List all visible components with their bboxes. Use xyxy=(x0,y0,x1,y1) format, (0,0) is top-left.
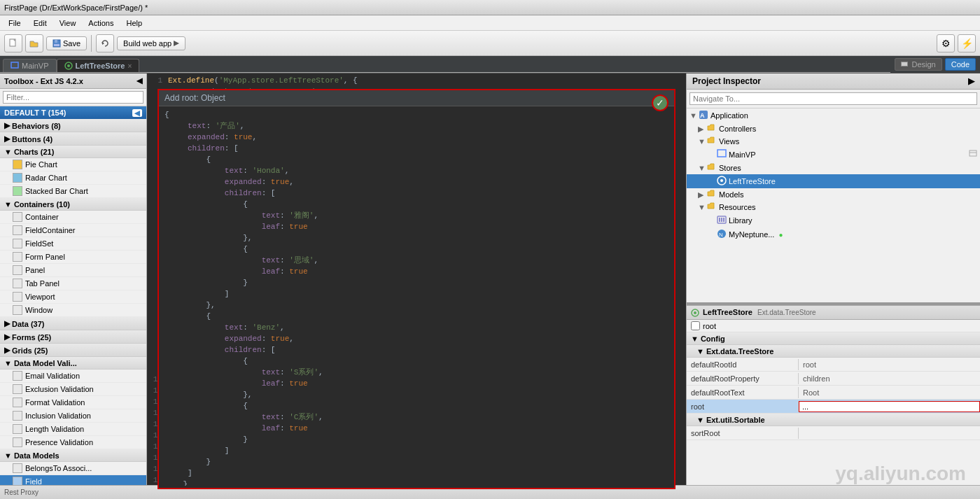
panel-icon xyxy=(13,265,22,275)
item-fieldcontainer[interactable]: FieldContainer xyxy=(0,224,146,237)
mainvp-edit-icon[interactable] xyxy=(969,150,977,160)
item-window[interactable]: Window xyxy=(0,304,146,317)
bolt-btn[interactable]: ⚡ xyxy=(958,34,976,52)
popup-ok-btn[interactable]: ✓ xyxy=(652,94,668,111)
item-belongsto[interactable]: BelongsTo Associ... xyxy=(0,462,146,475)
root-checkbox[interactable] xyxy=(691,321,700,330)
tree-item-library[interactable]: Library xyxy=(687,213,980,227)
expand-icon: ▼ xyxy=(4,451,12,460)
project-inspector-collapse[interactable]: ▶ xyxy=(968,76,974,86)
lefttreestore-icon xyxy=(717,176,727,187)
item-length-validation[interactable]: Length Validation xyxy=(0,423,146,436)
tab-close-btn[interactable]: × xyxy=(127,62,132,70)
mainvp-icon xyxy=(717,149,727,160)
refresh-btn[interactable] xyxy=(96,34,114,52)
tree-item-myneptune[interactable]: N MyNeptune... ● xyxy=(687,227,980,241)
navigate-to-input[interactable] xyxy=(690,92,977,105)
forms-label: Forms (25) xyxy=(12,333,51,342)
project-inspector-header: Project Inspector ▶ xyxy=(687,73,980,90)
properties-header: LeftTreeStore Ext.data.TreeStore xyxy=(687,306,980,320)
toolbox-collapse-icon[interactable]: ◀ xyxy=(136,76,142,85)
tree-item-application[interactable]: ▼ A Application xyxy=(687,108,980,122)
project-inspector-title: Project Inspector xyxy=(692,76,761,86)
toolbox-filter-area xyxy=(0,89,146,106)
item-pie-chart[interactable]: Pie Chart xyxy=(0,158,146,171)
category-buttons[interactable]: ▶ Buttons (4) xyxy=(0,132,146,146)
controllers-icon xyxy=(707,124,717,134)
config-row-defaultrootid: defaultRootId root xyxy=(687,358,980,372)
item-formpanel[interactable]: Form Panel xyxy=(0,251,146,264)
tree-item-models[interactable]: ▶ Models xyxy=(687,188,980,201)
config-root-input[interactable] xyxy=(799,401,980,412)
category-forms[interactable]: ▶ Forms (25) xyxy=(0,330,146,344)
tab-mainvp[interactable]: MainVP xyxy=(3,59,57,72)
svg-rect-11 xyxy=(902,62,907,66)
collapse-all-btn[interactable]: ◀ xyxy=(132,109,142,117)
design-btn[interactable]: Design xyxy=(895,58,941,71)
tree-item-resources[interactable]: ▼ Resources xyxy=(687,201,980,213)
category-charts[interactable]: ▼ Charts (21) xyxy=(0,146,146,158)
center-panel: 1Ext.define('MyApp.store.LeftTreeStore',… xyxy=(147,73,686,499)
item-fieldset[interactable]: FieldSet xyxy=(0,237,146,251)
grids-label: Grids (25) xyxy=(12,346,48,355)
category-grids[interactable]: ▶ Grids (25) xyxy=(0,344,146,357)
item-container[interactable]: Container xyxy=(0,211,146,224)
tree-item-stores[interactable]: ▼ Stores xyxy=(687,162,980,174)
window-icon xyxy=(13,305,22,315)
item-stacked-bar-chart[interactable]: Stacked Bar Chart xyxy=(0,185,146,198)
config-section-header: ▼ Config xyxy=(687,332,980,345)
svg-text:A: A xyxy=(700,112,705,119)
item-format-validation[interactable]: Format Validation xyxy=(0,396,146,409)
config-row-sortroot: sortRoot xyxy=(687,426,980,440)
tree-item-views[interactable]: ▼ Views xyxy=(687,135,980,148)
menu-file[interactable]: File xyxy=(3,17,27,29)
tab-lefttreestore[interactable]: LeftTreeStore × xyxy=(57,59,140,72)
radar-chart-icon xyxy=(13,173,22,183)
item-email-validation[interactable]: Email Validation xyxy=(0,370,146,383)
item-panel[interactable]: Panel xyxy=(0,264,146,277)
title-text: FirstPage (Dr/ExtWorkSpace/FirstPage/) * xyxy=(4,3,148,12)
item-exclusion-validation[interactable]: Exclusion Validation xyxy=(0,383,146,396)
tree-item-controllers[interactable]: ▶ Controllers xyxy=(687,122,980,135)
item-radar-chart[interactable]: Radar Chart xyxy=(0,171,146,185)
category-datamodels[interactable]: ▼ Data Models xyxy=(0,449,146,462)
svg-rect-24 xyxy=(721,218,722,222)
toolbox-filter-input[interactable] xyxy=(3,91,144,104)
store-label-icon xyxy=(691,308,703,316)
root-checkbox-row: root xyxy=(687,320,980,332)
right-panel: Project Inspector ▶ ▼ A Application ▶ xyxy=(686,73,980,499)
code-btn[interactable]: Code xyxy=(945,58,976,71)
navigate-to-area xyxy=(687,90,980,108)
item-inclusion-validation[interactable]: Inclusion Validation xyxy=(0,409,146,423)
expand-icon: ▶ xyxy=(4,332,10,342)
config-row-root: root xyxy=(687,400,980,414)
build-btn[interactable]: Build web app xyxy=(117,36,186,50)
toolbar-sep-1 xyxy=(91,35,92,52)
pie-chart-icon xyxy=(13,160,22,169)
buttons-label: Buttons (4) xyxy=(12,135,52,143)
project-tree: ▼ A Application ▶ Controllers ▼ xyxy=(687,108,980,302)
item-presence-validation[interactable]: Presence Validation xyxy=(0,436,146,449)
tree-item-mainvp[interactable]: MainVP xyxy=(687,148,980,162)
new-file-btn[interactable] xyxy=(4,34,22,52)
settings-btn[interactable]: ⚙ xyxy=(937,34,955,52)
svg-text:N: N xyxy=(719,232,723,238)
item-viewport[interactable]: Viewport xyxy=(0,290,146,304)
menu-actions[interactable]: Actions xyxy=(83,17,119,29)
open-file-btn[interactable] xyxy=(25,34,43,52)
category-datamodevalid[interactable]: ▼ Data Model Vali... xyxy=(0,357,146,370)
menu-view[interactable]: View xyxy=(54,17,82,29)
save-btn[interactable]: Save xyxy=(46,36,87,50)
svg-rect-7 xyxy=(11,62,18,68)
svg-marker-5 xyxy=(102,42,104,45)
menu-edit[interactable]: Edit xyxy=(28,17,52,29)
statusbar-text: Rest Proxy xyxy=(4,489,38,496)
popup-content: { text: '产品', expanded: true, children: … xyxy=(159,106,674,486)
category-behaviors[interactable]: ▶ Behaviors (8) xyxy=(0,119,146,132)
tree-item-lefttreestore[interactable]: LeftTreeStore xyxy=(687,174,980,188)
category-data[interactable]: ▶ Data (37) xyxy=(0,317,146,330)
item-tabpanel[interactable]: Tab Panel xyxy=(0,277,146,290)
resources-icon xyxy=(707,202,717,212)
menu-help[interactable]: Help xyxy=(120,17,148,29)
category-containers[interactable]: ▼ Containers (10) xyxy=(0,198,146,211)
